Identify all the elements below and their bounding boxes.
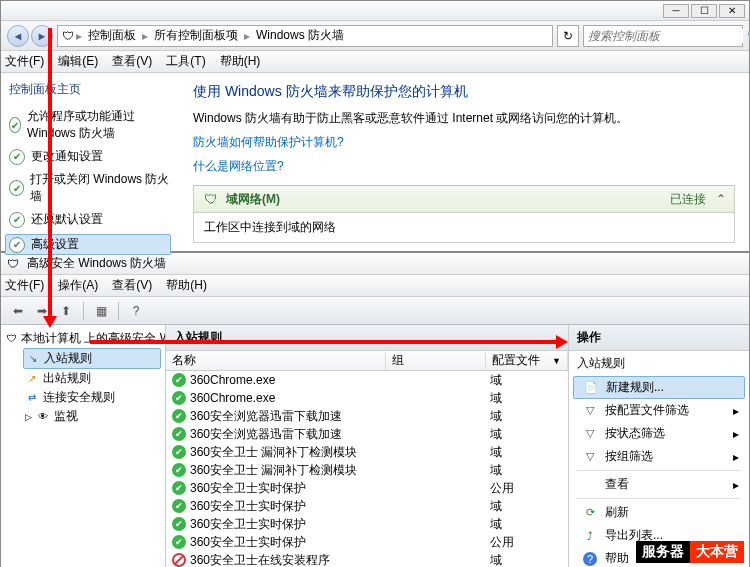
menu-file[interactable]: 文件(F) <box>5 277 44 294</box>
rule-profile: 域 <box>486 552 568 568</box>
toolbar-up-button[interactable]: ⬆ <box>55 300 77 322</box>
sidebar-item-toggle[interactable]: ✔打开或关闭 Windows 防火墙 <box>9 171 171 205</box>
tree-root[interactable]: 🛡本地计算机 上的高级安全 Win <box>5 329 161 348</box>
refresh-icon: ⟳ <box>583 506 597 520</box>
close-button[interactable]: ✕ <box>719 4 745 18</box>
network-domain-header[interactable]: 🛡 域网络(M) 已连接 ⌃ <box>194 185 734 213</box>
rule-profile: 域 <box>486 426 568 443</box>
minimize-button[interactable]: ─ <box>663 4 689 18</box>
toolbar-back-button[interactable]: ⬅ <box>7 300 29 322</box>
allowed-icon: ✔ <box>172 481 186 495</box>
shield-icon: ✔ <box>9 237 25 253</box>
chevron-down-icon: ▼ <box>552 356 561 366</box>
sidebar-item-restore[interactable]: ✔还原默认设置 <box>9 211 171 228</box>
shield-icon: ✔ <box>9 180 24 196</box>
tree-outbound-rules[interactable]: ↗出站规则 <box>23 369 161 388</box>
toolbar-help-button[interactable]: ? <box>125 300 147 322</box>
rule-row[interactable]: ✔360安全卫士 漏洞补丁检测模块域 <box>166 461 568 479</box>
action-filter-group[interactable]: ▽按组筛选▸ <box>569 445 749 468</box>
menu-help[interactable]: 帮助(H) <box>220 53 261 70</box>
crumb-firewall[interactable]: Windows 防火墙 <box>252 27 348 44</box>
menu-tools[interactable]: 工具(T) <box>166 53 205 70</box>
expand-icon[interactable]: ▷ <box>25 412 32 422</box>
sidebar-item-notify[interactable]: ✔更改通知设置 <box>9 148 171 165</box>
col-group[interactable]: 组 <box>386 351 486 370</box>
action-label: 帮助 <box>605 550 629 567</box>
menu-view[interactable]: 查看(V) <box>112 53 152 70</box>
menu-help[interactable]: 帮助(H) <box>166 277 207 294</box>
control-panel-window: ─ ☐ ✕ ◄ ► 🛡 ▸ 控制面板 ▸ 所有控制面板项 ▸ Windows 防… <box>0 0 750 252</box>
address-bar: ◄ ► 🛡 ▸ 控制面板 ▸ 所有控制面板项 ▸ Windows 防火墙 ↻ 🔍 <box>1 21 749 51</box>
search-input[interactable] <box>584 29 743 43</box>
action-label: 按状态筛选 <box>605 425 665 442</box>
rule-row[interactable]: ✔360安全卫士实时保护域 <box>166 497 568 515</box>
page-description: Windows 防火墙有助于防止黑客或恶意软件通过 Internet 或网络访问… <box>193 109 735 127</box>
allowed-icon: ✔ <box>172 427 186 441</box>
action-view[interactable]: 查看▸ <box>569 473 749 496</box>
sidebar-item-allow[interactable]: ✔允许程序或功能通过 Windows 防火墙 <box>9 108 171 142</box>
rule-row[interactable]: ✔360Chrome.exe域 <box>166 389 568 407</box>
tree-connection-rules[interactable]: ⇄连接安全规则 <box>23 388 161 407</box>
search-icon: 🔍 <box>743 29 750 43</box>
rule-name: 360Chrome.exe <box>190 391 275 405</box>
menu-view[interactable]: 查看(V) <box>112 277 152 294</box>
shield-check-icon: 🛡 <box>202 190 220 208</box>
toolbar: ⬅ ➡ ⬆ ▦ ? <box>1 297 749 325</box>
network-status: 已连接 <box>670 191 706 208</box>
actions-section: 入站规则 <box>569 351 749 376</box>
rule-profile: 域 <box>486 408 568 425</box>
action-filter-profile[interactable]: ▽按配置文件筛选▸ <box>569 399 749 422</box>
rule-row[interactable]: 360安全卫士在线安装程序域 <box>166 551 568 567</box>
back-button[interactable]: ◄ <box>7 25 29 47</box>
rule-row[interactable]: ✔360Chrome.exe域 <box>166 371 568 389</box>
menu-action[interactable]: 操作(A) <box>58 277 98 294</box>
refresh-button[interactable]: ↻ <box>557 25 579 47</box>
crumb-control-panel[interactable]: 控制面板 <box>84 27 140 44</box>
action-refresh[interactable]: ⟳刷新 <box>569 501 749 524</box>
help-link-how[interactable]: 防火墙如何帮助保护计算机? <box>193 135 344 149</box>
menu-bar: 文件(F) 操作(A) 查看(V) 帮助(H) <box>1 275 749 297</box>
sidebar-item-label: 高级设置 <box>31 236 79 253</box>
menu-file[interactable]: 文件(F) <box>5 53 44 70</box>
monitor-icon: 👁 <box>36 410 50 424</box>
search-box[interactable]: 🔍 <box>583 25 743 47</box>
tree-inbound-rules[interactable]: ↘入站规则 <box>23 348 161 369</box>
breadcrumb[interactable]: 🛡 ▸ 控制面板 ▸ 所有控制面板项 ▸ Windows 防火墙 <box>57 25 553 47</box>
rule-profile: 域 <box>486 498 568 515</box>
firewall-icon: 🛡 <box>7 257 21 271</box>
firewall-icon: 🛡 <box>7 332 17 346</box>
rule-row[interactable]: ✔360安全浏览器迅雷下载加速域 <box>166 407 568 425</box>
rule-profile: 域 <box>486 372 568 389</box>
rules-panel-title: 入站规则 <box>166 325 568 351</box>
rule-row[interactable]: ✔360安全卫士实时保护域 <box>166 515 568 533</box>
blocked-icon <box>172 553 186 567</box>
menu-edit[interactable]: 编辑(E) <box>58 53 98 70</box>
rule-name: 360安全浏览器迅雷下载加速 <box>190 408 342 425</box>
crumb-all-items[interactable]: 所有控制面板项 <box>150 27 242 44</box>
network-domain-box: 🛡 域网络(M) 已连接 ⌃ 工作区中连接到域的网络 <box>193 185 735 243</box>
sidebar-item-advanced[interactable]: ✔高级设置 <box>5 234 171 255</box>
rule-row[interactable]: ✔360安全卫士 漏洞补丁检测模块域 <box>166 443 568 461</box>
action-label: 查看 <box>605 476 629 493</box>
rule-name: 360安全卫士实时保护 <box>190 498 306 515</box>
rule-name: 360安全卫士实时保护 <box>190 480 306 497</box>
rule-row[interactable]: ✔360安全卫士实时保护公用 <box>166 479 568 497</box>
sidebar-home-link[interactable]: 控制面板主页 <box>9 81 171 98</box>
rule-row[interactable]: ✔360安全浏览器迅雷下载加速域 <box>166 425 568 443</box>
rule-name: 360Chrome.exe <box>190 373 275 387</box>
rule-name: 360安全卫士实时保护 <box>190 516 306 533</box>
action-new-rule[interactable]: 📄新建规则... <box>573 376 745 399</box>
advanced-firewall-window: 🛡 高级安全 Windows 防火墙 文件(F) 操作(A) 查看(V) 帮助(… <box>0 252 750 567</box>
tree-label: 监视 <box>54 408 78 425</box>
tree-monitor[interactable]: ▷👁监视 <box>23 407 161 426</box>
maximize-button[interactable]: ☐ <box>691 4 717 18</box>
col-profile[interactable]: 配置文件▼ <box>486 351 568 370</box>
toolbar-view-button[interactable]: ▦ <box>90 300 112 322</box>
tree-label: 连接安全规则 <box>43 389 115 406</box>
rule-row[interactable]: ✔360安全卫士实时保护公用 <box>166 533 568 551</box>
window-titlebar: ─ ☐ ✕ <box>1 1 749 21</box>
action-filter-state[interactable]: ▽按状态筛选▸ <box>569 422 749 445</box>
col-name[interactable]: 名称 <box>166 351 386 370</box>
rule-name: 360安全卫士在线安装程序 <box>190 552 330 568</box>
help-link-location[interactable]: 什么是网络位置? <box>193 159 284 173</box>
